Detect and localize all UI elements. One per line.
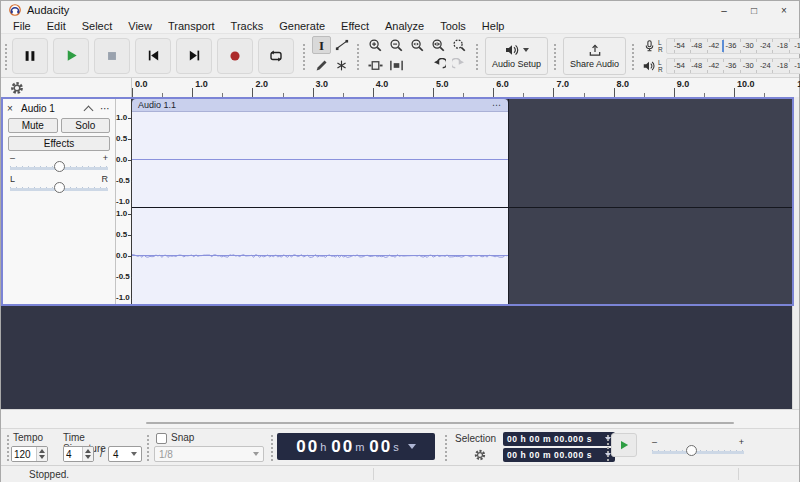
transport-toolbar-grip[interactable]	[4, 42, 9, 70]
share-audio-button[interactable]: Share Audio	[563, 37, 626, 75]
menu-item[interactable]: Transport	[160, 19, 223, 34]
pause-button[interactable]	[12, 38, 48, 74]
audio-setup-grip[interactable]	[475, 42, 480, 70]
vertical-scale-ruler[interactable]: 1.00.50.0-0.5-1.0 1.00.50.0-0.5-1.0	[116, 99, 132, 304]
redo-button[interactable]	[450, 56, 469, 74]
skip-to-start-button[interactable]	[135, 38, 171, 74]
spin-up-icon[interactable]	[85, 449, 91, 453]
close-button[interactable]: ×	[769, 1, 799, 19]
selection-toolbar-grip[interactable]	[444, 433, 449, 461]
time-sig-spinner[interactable]	[82, 447, 93, 461]
zoom-toggle-button[interactable]	[450, 36, 469, 54]
time-ruler[interactable]: 0.01.02.03.04.05.06.07.08.09.010.011.0	[131, 78, 794, 97]
zoom-toggle-icon	[452, 38, 467, 53]
menu-item[interactable]: Effect	[333, 19, 377, 34]
zoom-out-button[interactable]	[387, 36, 406, 54]
spin-down-icon[interactable]	[39, 455, 45, 459]
audio-clip[interactable]: Audio 1.1 ⋯	[132, 99, 509, 304]
tempo-spinner[interactable]	[36, 447, 47, 461]
draw-tool-button[interactable]	[312, 56, 331, 74]
silence-audio-button[interactable]	[387, 56, 406, 74]
track-close-button[interactable]: ×	[7, 103, 19, 114]
pan-slider-handle[interactable]	[54, 182, 65, 193]
record-level-indicator[interactable]	[722, 40, 724, 52]
horizontal-scrollbar[interactable]	[1, 409, 799, 428]
audio-setup-button[interactable]: Audio Setup	[485, 37, 548, 75]
track-name[interactable]: Audio 1	[21, 103, 85, 114]
menu-item[interactable]: View	[120, 19, 160, 34]
title-bar: Audacity – □ ×	[1, 1, 799, 19]
envelope-tool-button[interactable]	[332, 36, 351, 54]
tempo-input[interactable]	[12, 447, 36, 461]
loop-button[interactable]	[258, 38, 294, 74]
audio-position-display[interactable]: 00h00m00s	[277, 433, 435, 460]
recording-meter[interactable]: LR -54-48-42-36-30-24-18-12-6	[640, 37, 800, 55]
record-meter-button[interactable]	[640, 37, 658, 55]
menu-item[interactable]: File	[5, 19, 39, 34]
play-at-speed-button[interactable]	[611, 433, 637, 457]
audio-track[interactable]: × Audio 1 ⋯ Mute Solo Effects – +	[1, 97, 794, 306]
menu-item[interactable]: Edit	[39, 19, 74, 34]
effects-button[interactable]: Effects	[8, 136, 110, 151]
fit-project-button[interactable]	[429, 36, 448, 54]
clip-title[interactable]: Audio 1.1	[138, 100, 492, 110]
play-meter-scale[interactable]: -54-48-42-36-30-24-18-12-6	[666, 58, 800, 74]
fit-selection-button[interactable]	[408, 36, 427, 54]
play-button[interactable]	[53, 38, 89, 74]
menu-item[interactable]: Help	[474, 19, 513, 34]
zoom-in-button[interactable]	[366, 36, 385, 54]
tools-toolbar: I	[312, 36, 351, 75]
record-button[interactable]	[217, 38, 253, 74]
meter-toolbar-grip[interactable]	[631, 42, 636, 70]
clip-menu-button[interactable]: ⋯	[492, 100, 502, 110]
time-sig-upper-input[interactable]	[64, 447, 82, 461]
track-menu-button[interactable]: ⋯	[100, 103, 111, 114]
edit-toolbar-grip[interactable]	[356, 42, 361, 70]
tools-toolbar-grip[interactable]	[302, 42, 307, 70]
menu-item[interactable]: Tools	[432, 19, 474, 34]
selection-tool-button[interactable]: I	[312, 36, 331, 54]
undo-button[interactable]	[429, 56, 448, 74]
waveform-channel-2[interactable]	[132, 208, 508, 304]
record-meter-scale[interactable]: -54-48-42-36-30-24-18-12-6	[666, 38, 800, 54]
selection-options-gear-icon[interactable]	[473, 448, 487, 462]
trim-audio-button[interactable]	[366, 56, 385, 74]
time-sig-lower-select[interactable]: 4	[108, 446, 142, 462]
mute-button[interactable]: Mute	[8, 118, 58, 133]
menu-item[interactable]: Generate	[271, 19, 333, 34]
snap-checkbox[interactable]	[156, 433, 167, 444]
speed-slider-handle[interactable]	[686, 445, 697, 456]
track-waveform-canvas[interactable]: Audio 1.1 ⋯	[132, 99, 792, 304]
track-canvas-area[interactable]: × Audio 1 ⋯ Mute Solo Effects – +	[1, 97, 799, 409]
snap-toolbar-grip[interactable]	[146, 433, 151, 461]
maximize-button[interactable]: □	[739, 1, 769, 19]
share-audio-grip[interactable]	[553, 42, 558, 70]
collapse-chevron-icon[interactable]	[84, 105, 94, 115]
menu-item[interactable]: Tracks	[223, 19, 272, 34]
spin-down-icon[interactable]	[85, 455, 91, 459]
stop-button[interactable]	[94, 38, 130, 74]
playback-speed-slider[interactable]: – +	[652, 439, 744, 457]
selection-end-field[interactable]: 00 h 00 m 00.000 s	[503, 448, 615, 462]
timeline-options-gear-icon[interactable]	[9, 80, 25, 96]
minimize-button[interactable]: –	[709, 1, 739, 19]
chevron-down-icon[interactable]	[408, 444, 416, 449]
selection-start-field[interactable]: 00 h 00 m 00.000 s	[503, 432, 615, 446]
snap-interval-select[interactable]: 1/8	[154, 446, 264, 462]
clip-header[interactable]: Audio 1.1 ⋯	[132, 99, 508, 112]
play-meter-button[interactable]	[640, 57, 658, 75]
time-toolbar-grip[interactable]	[270, 433, 275, 461]
waveform-channel-1[interactable]	[132, 112, 508, 208]
gain-slider[interactable]: – +	[10, 155, 108, 173]
gain-slider-handle[interactable]	[54, 161, 65, 172]
menu-item[interactable]: Select	[74, 19, 121, 34]
horizontal-scrollbar-thumb[interactable]	[146, 422, 734, 424]
solo-button[interactable]: Solo	[61, 118, 111, 133]
pan-slider[interactable]: L R	[10, 176, 108, 194]
playback-meter[interactable]: LR -54-48-42-36-30-24-18-12-6	[640, 57, 800, 75]
skip-to-end-button[interactable]	[176, 38, 212, 74]
meter-scale-value: -18	[777, 42, 788, 50]
multi-tool-button[interactable]	[332, 56, 351, 74]
spin-up-icon[interactable]	[39, 449, 45, 453]
menu-item[interactable]: Analyze	[377, 19, 432, 34]
